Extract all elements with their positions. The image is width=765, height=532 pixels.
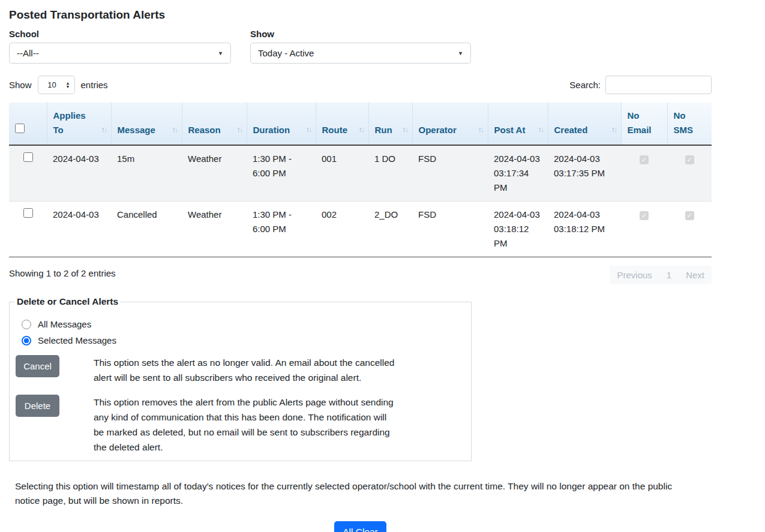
radio-all-messages[interactable]: All Messages [22,319,465,329]
delete-button[interactable]: Delete [16,395,59,417]
entries-length-prefix: Show [9,80,32,90]
message-scope-radio-group: All Messages Selected Messages [22,319,465,345]
cell-applies-to: 2024-04-03 [47,202,111,257]
sort-icon: ↑↓ [237,122,242,137]
delete-cancel-fieldset: Delete or Cancel Alerts All Messages Sel… [9,296,472,461]
delete-action-row: Delete This option removes the alert fro… [16,395,465,455]
no-sms-checkbox: ✓ [685,211,694,220]
main-content: Posted Transportation Alerts School --Al… [9,8,712,532]
table-footer: Showing 1 to 2 of 2 entries Previous 1 N… [9,266,712,284]
cell-created: 2024-04-03 03:17:35 PM [548,145,621,202]
cell-route: 001 [316,145,368,202]
cell-operator: FSD [412,145,488,202]
column-header-route[interactable]: Route ↑↓ [316,103,368,145]
sort-icon: ↑↓ [611,122,617,137]
cell-duration: 1:30 PM - 6:00 PM [247,202,316,257]
no-sms-checkbox: ✓ [685,155,694,164]
show-filter-value: Today - Active [258,48,314,58]
table-header-row: Applies To ↑↓ Message ↑↓ Reason ↑↓ Durat… [9,103,712,145]
caret-down-icon: ▼ [458,50,463,56]
pagination: Previous 1 Next [610,266,712,284]
cell-duration: 1:30 PM - 6:00 PM [247,145,316,202]
all-clear-container: All Clear [9,521,712,532]
sort-icon: ↑↓ [403,122,408,137]
table-row: 2024-04-03 Cancelled Weather 1:30 PM - 6… [9,202,712,257]
page-number[interactable]: 1 [659,266,679,284]
no-email-checkbox: ✓ [640,155,649,164]
show-filter-label: Show [250,29,471,39]
radio-checked-icon [22,336,31,345]
column-header-operator[interactable]: Operator ↑↓ [412,103,488,145]
column-header-message[interactable]: Message ↑↓ [111,103,182,145]
cell-created: 2024-04-03 03:18:12 PM [548,202,621,257]
row-select-checkbox[interactable] [23,152,33,162]
cell-run: 1 DO [368,145,412,202]
cell-route: 002 [316,202,368,257]
cell-message: Cancelled [111,202,182,257]
cell-no-sms: ✓ [667,202,712,257]
column-header-applies-to[interactable]: Applies To ↑↓ [47,103,111,145]
cell-post-at: 2024-04-03 03:17:34 PM [488,145,548,202]
sort-icon: ↑↓ [101,122,107,137]
entries-length-suffix: entries [81,80,108,90]
caret-down-icon: ▼ [218,50,223,56]
cell-reason: Weather [182,202,247,257]
cell-no-email: ✓ [621,202,667,257]
cell-applies-to: 2024-04-03 [47,145,111,202]
column-header-created[interactable]: Created ↑↓ [548,103,621,145]
fieldset-legend: Delete or Cancel Alerts [14,296,121,307]
cell-post-at: 2024-04-03 03:18:12 PM [488,202,548,257]
cell-message: 15m [111,145,182,202]
stepper-icon: ▲▼ [66,82,70,89]
alerts-table: Applies To ↑↓ Message ↑↓ Reason ↑↓ Durat… [9,103,712,257]
row-select-cell [9,202,47,257]
page-previous[interactable]: Previous [610,266,659,284]
radio-selected-messages-label: Selected Messages [38,335,116,345]
cell-no-sms: ✓ [667,145,712,202]
column-header-post-at[interactable]: Post At ↑↓ [488,103,548,145]
cell-reason: Weather [182,145,247,202]
column-header-run[interactable]: Run ↑↓ [368,103,412,145]
school-select-value: --All-- [17,48,39,58]
delete-description: This option removes the alert from the p… [94,395,397,455]
page-title: Posted Transportation Alerts [9,8,712,22]
table-info: Showing 1 to 2 of 2 entries [9,266,116,278]
page-next[interactable]: Next [679,266,712,284]
row-select-cell [9,145,47,202]
cell-operator: FSD [412,202,488,257]
sort-icon: ↑↓ [306,122,311,137]
entries-length-value: 10 [47,80,56,89]
radio-all-messages-label: All Messages [38,319,91,329]
all-clear-note: Selecting this option will timestamp all… [15,479,696,508]
show-filter-select[interactable]: Today - Active ▼ [250,43,471,64]
school-label: School [9,29,231,39]
cell-no-email: ✓ [621,145,667,202]
sort-icon: ↑↓ [359,122,364,137]
no-email-checkbox: ✓ [640,211,649,220]
sort-icon: ↑↓ [478,122,484,137]
sort-icon: ↑↓ [172,122,178,137]
school-select[interactable]: --All-- ▼ [9,43,231,64]
filters-row: School --All-- ▼ Show Today - Active ▼ [9,29,712,64]
cell-run: 2_DO [368,202,412,257]
column-header-reason[interactable]: Reason ↑↓ [182,103,247,145]
column-header-no-email: No Email [621,103,667,145]
cancel-description: This option sets the alert as no longer … [94,355,397,385]
table-controls: Show 10 ▲▼ entries Search: [9,76,712,94]
table-row: 2024-04-03 15m Weather 1:30 PM - 6:00 PM… [9,145,712,202]
radio-unchecked-icon [22,320,31,329]
cancel-button[interactable]: Cancel [16,355,59,377]
radio-selected-messages[interactable]: Selected Messages [22,335,465,345]
cancel-action-row: Cancel This option sets the alert as no … [16,355,465,385]
row-select-checkbox[interactable] [23,208,33,218]
entries-length-select[interactable]: 10 ▲▼ [38,76,75,94]
select-all-checkbox[interactable] [15,124,25,133]
search-label: Search: [569,80,601,90]
select-all-header [9,103,47,145]
search-input[interactable] [605,76,712,94]
column-header-no-sms: No SMS [667,103,712,145]
column-header-duration[interactable]: Duration ↑↓ [247,103,316,145]
all-clear-button[interactable]: All Clear [334,521,386,532]
sort-icon: ↑↓ [538,122,544,137]
